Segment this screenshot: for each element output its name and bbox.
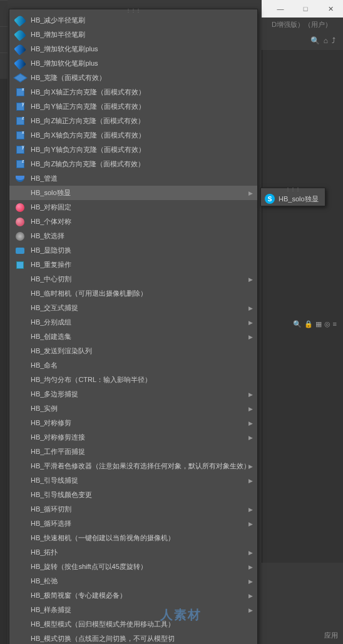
target-icon[interactable]: ◎ [324,320,330,328]
menu-item[interactable]: HB_软选择 [9,229,257,243]
menu-item-label: HB_显隐切换 [27,246,248,255]
none-icon [13,418,27,429]
none-icon [13,590,27,601]
menu-item[interactable]: HB_对称固定 [9,200,257,214]
menu-item-label: HB_减少半径笔刷 [27,16,248,25]
menu-item-label: HB_克隆（面模式有效） [27,73,248,83]
submenu-arrow-icon: ▶ [248,334,257,340]
menu-item-label: HB_向X轴负方向克隆（面模式有效） [27,131,248,140]
dock-tab[interactable] [0,26,8,53]
menu-item[interactable]: HB_循环选择▶ [9,516,257,531]
menu-item[interactable]: HB_引导线捕捉▶ [9,473,257,488]
menu-item[interactable]: HB_分别成组▶ [9,315,257,330]
submenu-arrow-icon: ▶ [248,478,257,484]
menu-icon[interactable]: ≡ [333,320,337,328]
bottom-apply[interactable]: 应用 [324,631,338,640]
menu-item[interactable]: HB_均匀分布（CTRL：输入影响半径） [9,373,257,387]
menu-item[interactable]: HB_交互式捕捉▶ [9,301,257,315]
menu-item[interactable]: HB_松弛▶ [9,574,257,588]
menu-item-label: HB_增加软化笔刷plus [27,59,248,68]
none-icon [13,561,27,573]
menu-item[interactable]: HB_发送到渲染队列 [9,344,257,358]
dock-tab[interactable] [0,0,8,26]
menu-item[interactable]: HB_克隆（面模式有效） [9,71,257,85]
none-icon [13,331,27,343]
menu-item-label: HB_solo独显 [27,188,248,198]
menu-item[interactable]: HB_临时相机（可用退出摄像机删除） [9,286,257,301]
menu-item[interactable]: HB_旋转（按住shift点可以45度旋转）▶ [9,560,257,574]
right-panel-bg [262,50,343,563]
cube-icon [13,73,27,84]
menu-item[interactable]: HB_快速相机（一键创建以当前视角的摄像机） [9,531,257,545]
menu-item[interactable]: HB_创建选集▶ [9,330,257,344]
lock-icon[interactable]: 🔒 [304,320,313,328]
solo-icon: S [265,194,275,204]
menu-item-label: HB_软选择 [27,231,248,241]
menu-item[interactable]: HB_solo独显▶ [9,186,257,200]
menu-item-label: HB_对称修剪 [27,418,248,428]
brush-icon [13,29,27,41]
none-icon [13,605,27,616]
menu-item[interactable]: HB_样条捕捉▶ [9,603,257,617]
menu-item[interactable]: HB_向X轴负方向克隆（面模式有效） [9,128,257,143]
grid-icon[interactable]: ▦ [315,320,322,328]
submenu-arrow-icon: ▶ [248,319,257,326]
none-icon [13,619,27,630]
dock-tab[interactable] [0,53,8,79]
close-button[interactable]: ✕ [318,0,343,18]
menu-item[interactable]: HB_对称修剪▶ [9,416,257,430]
none-icon [13,633,27,645]
submenu-arrow-icon: ▶ [248,521,257,527]
menu-item[interactable]: HB_个体对称 [9,214,257,229]
menu-item[interactable]: HB_多边形捕捉▶ [9,387,257,401]
menu-item[interactable]: HB_增加软化笔刷plus [9,42,257,56]
menu-item-label: HB_向X轴正方向克隆（面模式有效） [27,88,248,97]
submenu-arrow-icon: ▶ [248,190,257,196]
search-icon[interactable]: 🔍 [310,36,320,45]
brush2-icon [13,44,27,55]
menu-item[interactable]: HB_显隐切换 [9,243,257,258]
menu-item[interactable]: HB_极简视窗（专心建模必备）▶ [9,588,257,603]
minimize-button[interactable]: — [268,0,293,18]
menu-item-label: HB_引导线颜色变更 [27,490,248,500]
submenu-arrow-icon: ▶ [248,463,257,470]
none-icon [13,188,27,199]
menu-item-label: HB_向Y轴正方向克隆（面模式有效） [27,102,248,111]
menu-item-label: HB_向Z轴正方向克隆（面模式有效） [27,116,248,126]
menu-item[interactable]: HB_向Z轴负方向克隆（面模式有效） [9,157,257,171]
menu-item[interactable]: HB_向X轴正方向克隆（面模式有效） [9,85,257,99]
menu-item[interactable]: HB_模式切换（点线面之间切换，不可从模型切 [9,631,257,644]
menu-item[interactable]: HB_向Y轴负方向克隆（面模式有效） [9,143,257,157]
menu-item[interactable]: HB_平滑着色修改器（注意如果没有选择任何对象，默认所有对象生效）▶ [9,459,257,473]
menu-item[interactable]: HB_命名 [9,358,257,373]
maximize-button[interactable]: □ [293,0,318,18]
menu-item-label: HB_中心切割 [27,274,248,284]
menu-item[interactable]: HB_对称修剪连接▶ [9,430,257,445]
menu-item-label: HB_循环选择 [27,519,248,528]
menu-item[interactable]: HB_循环切割▶ [9,502,257,516]
none-icon [13,533,27,544]
sphere-b-icon [13,216,27,228]
submenu-item[interactable]: S HB_solo独显 [261,192,325,206]
menu-item[interactable]: HB_引导线颜色变更 [9,488,257,502]
menu-item-label: HB_模式切换（点线面之间切换，不可从模型切 [27,634,248,643]
menu-item[interactable]: HB_模型模式（回归模型模式并使用移动工具） [9,617,257,631]
panel-search-icon[interactable]: 🔍 [293,320,302,328]
menu-item[interactable]: HB_向Y轴正方向克隆（面模式有效） [9,99,257,114]
brush2-icon [13,58,27,69]
menu-item[interactable]: HB_重复操作 [9,258,257,272]
menu-item[interactable]: HB_减少半径笔刷 [9,13,257,28]
menu-item[interactable]: HB_实例▶ [9,401,257,416]
menu-item[interactable]: HB_中心切割▶ [9,272,257,286]
menu-item-label: HB_向Z轴负方向克隆（面模式有效） [27,159,248,169]
menu-item[interactable]: HB_管道 [9,171,257,186]
uparrow-icon[interactable]: ⤴ [332,36,335,45]
menu-item[interactable]: HB_拓扑▶ [9,545,257,560]
home-icon[interactable]: ⌂ [324,36,328,45]
menu-item[interactable]: HB_增加软化笔刷plus [9,56,257,71]
menu-item-label: HB_极简视窗（专心建模必备） [27,591,248,600]
submenu-arrow-icon: ▶ [248,305,257,311]
menu-item[interactable]: HB_向Z轴正方向克隆（面模式有效） [9,114,257,128]
menu-item[interactable]: HB_增加半径笔刷 [9,28,257,42]
menu-item[interactable]: HB_工作平面捕捉 [9,445,257,459]
